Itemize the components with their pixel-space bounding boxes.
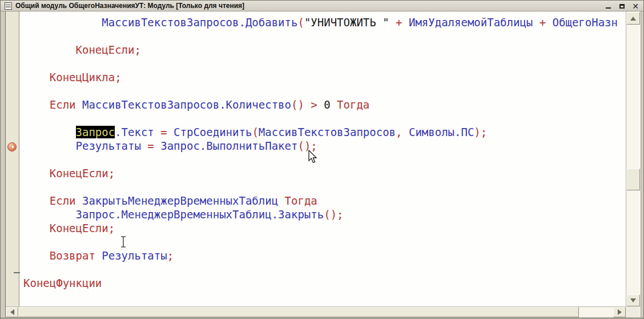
window-border-right	[641, 11, 643, 318]
code-token-id: Результаты	[102, 249, 167, 262]
horizontal-scrollbar[interactable]	[6, 306, 626, 317]
code-line[interactable]: Запрос.МенеджерВременныхТаблиц.Закрыть()…	[20, 208, 626, 221]
code-token-kw: КонецЕсли	[50, 167, 108, 180]
code-line[interactable]: Возврат Результаты;	[20, 249, 626, 262]
code-token-op: );	[474, 126, 487, 138]
code-token-kw: КонецЕсли	[50, 222, 108, 234]
code-token-op: ;	[134, 43, 140, 56]
code-line[interactable]	[20, 84, 626, 98]
code-line[interactable]	[20, 57, 626, 70]
code-token-kw: КонецЕсли	[76, 43, 135, 56]
code-token-id: МассивТекстовЗапросов.Количество	[82, 98, 291, 111]
code-token-id: ЗакрытьМенеджерВременныхТаблиц	[82, 194, 278, 207]
code-token-id: .Текст	[115, 126, 154, 138]
code-token-kw: Если	[50, 98, 82, 111]
code-token-op: +	[389, 16, 409, 29]
vertical-scrollbar[interactable]	[626, 11, 640, 306]
code-token-kw: Тогда	[331, 98, 370, 111]
window-title: Общий модуль ОбщегоНазначенияУТ: Модуль …	[15, 2, 244, 10]
minimize-button[interactable]	[603, 2, 613, 10]
horizontal-scroll-thumb[interactable]	[18, 307, 579, 317]
code-token-op: () >	[291, 98, 324, 111]
code-token-op: =	[154, 126, 174, 138]
code-token-op: (	[252, 126, 258, 138]
code-token-id: СтрСоединить	[174, 126, 252, 138]
code-token-num: 0	[324, 98, 330, 111]
code-line[interactable]	[20, 262, 626, 276]
code-token-kw: КонецФункции	[23, 277, 102, 289]
minimize-icon	[606, 7, 611, 9]
window-border-bottom	[1, 317, 643, 318]
code-line[interactable]	[20, 180, 626, 194]
breakpoint-gutter[interactable]	[6, 11, 19, 306]
code-token-op: ;	[167, 249, 174, 262]
code-token-kw: Возврат	[50, 249, 102, 262]
code-token-id: ИмяУдаляемойТаблицы	[409, 16, 533, 29]
scroll-right-button[interactable]	[613, 307, 626, 317]
code-token-id: МассивТекстовЗапросов	[259, 126, 396, 138]
module-editor-window: Общий модуль ОбщегоНазначенияУТ: Модуль …	[0, 0, 644, 319]
current-line-marker-icon	[7, 142, 17, 151]
code-token-op: ,	[396, 126, 402, 138]
code-line[interactable]	[20, 111, 626, 125]
code-line[interactable]: КонецФункции	[20, 276, 626, 290]
code-lines: МассивТекстовЗапросов.Добавить("УНИЧТОЖИ…	[20, 15, 626, 290]
code-line[interactable]	[20, 29, 626, 43]
code-token-id: Результаты	[76, 139, 141, 152]
code-line[interactable]	[20, 153, 626, 166]
code-token-op: ;	[108, 222, 115, 234]
maximize-button[interactable]	[617, 2, 626, 10]
code-line[interactable]	[20, 235, 626, 249]
code-line[interactable]: Если МассивТекстовЗапросов.Количество() …	[20, 98, 626, 111]
window-controls: ✕	[603, 1, 640, 11]
code-line[interactable]: МассивТекстовЗапросов.Добавить("УНИЧТОЖИ…	[20, 15, 626, 29]
scroll-up-button[interactable]	[626, 12, 640, 25]
code-token-id: ОбщегоНазн	[553, 16, 618, 29]
code-token-op: ;	[108, 167, 115, 180]
scroll-down-button[interactable]	[626, 294, 640, 306]
module-icon	[5, 2, 12, 10]
code-token-id: Символы.ПС	[402, 126, 474, 138]
code-line[interactable]: Результаты = Запрос.ВыполнитьПакет();	[20, 139, 626, 153]
code-token-kw: КонецЦикла	[50, 71, 115, 83]
code-editor[interactable]: МассивТекстовЗапросов.Добавить("УНИЧТОЖИ…	[20, 11, 626, 306]
code-line[interactable]: КонецЕсли;	[20, 221, 626, 235]
code-token-op: ();	[297, 139, 317, 152]
code-line[interactable]: Если ЗакрытьМенеджерВременныхТаблиц Тогд…	[20, 194, 626, 208]
code-token-str: "УНИЧТОЖИТЬ "	[304, 16, 389, 29]
scroll-left-button[interactable]	[6, 307, 18, 317]
code-token-op: ();	[324, 208, 343, 221]
code-token-op: =	[141, 139, 160, 152]
window-border-left	[1, 11, 6, 318]
maximize-icon	[619, 4, 625, 9]
code-line[interactable]: КонецЕсли;	[20, 166, 626, 180]
code-token-kw: Тогда	[278, 194, 317, 207]
code-line[interactable]: КонецЕсли;	[20, 43, 626, 57]
scrollbar-corner	[626, 306, 640, 317]
code-token-id: Запрос.ВыполнитьПакет	[160, 139, 297, 152]
arrow-up-icon	[630, 17, 636, 21]
arrow-right-icon	[618, 309, 622, 315]
arrow-down-icon	[630, 298, 636, 302]
code-token-kw: Если	[50, 194, 82, 207]
code-token-op: +	[533, 16, 552, 29]
code-token-op: ;	[115, 71, 121, 83]
code-token-op: (	[297, 16, 304, 29]
code-token-id: МассивТекстовЗапросов.Добавить	[102, 16, 297, 29]
arrow-left-icon	[10, 309, 14, 315]
code-line[interactable]: КонецЦикла;	[20, 70, 626, 84]
code-token-hl: Запрос	[76, 126, 115, 138]
vertical-scroll-thumb[interactable]	[626, 169, 640, 190]
title-bar[interactable]: Общий модуль ОбщегоНазначенияУТ: Модуль …	[1, 1, 643, 11]
code-line[interactable]: Запрос.Текст = СтрСоединить(МассивТексто…	[20, 125, 626, 139]
close-icon: ✕	[632, 2, 639, 10]
close-button[interactable]: ✕	[631, 2, 640, 10]
code-token-id: Запрос.МенеджерВременныхТаблиц.Закрыть	[76, 208, 324, 221]
